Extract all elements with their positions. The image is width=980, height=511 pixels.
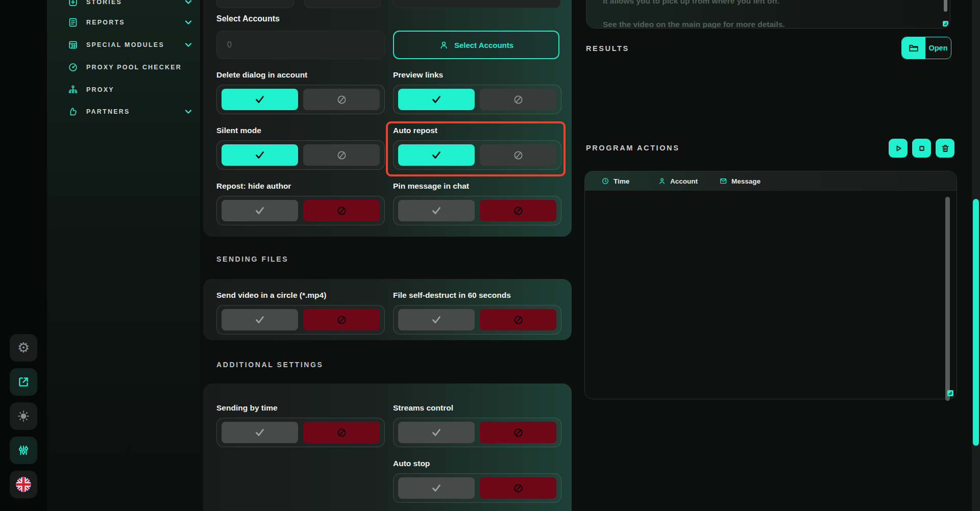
instructions-scrollbar-thumb[interactable] xyxy=(944,0,947,12)
toggle-yes-button[interactable] xyxy=(222,144,298,166)
resize-grip[interactable] xyxy=(943,21,948,27)
toggle-no-button[interactable] xyxy=(303,89,380,110)
check-icon xyxy=(254,93,266,106)
uk-flag-icon xyxy=(16,477,31,492)
toggle-delete-dialog-in-account xyxy=(216,85,385,114)
folder-icon xyxy=(902,37,925,59)
toggle-label: Streams control xyxy=(393,403,453,413)
settings-button[interactable]: ⚙ xyxy=(10,334,37,362)
sidebar-item-label: PROXY xyxy=(86,86,192,93)
language-button[interactable] xyxy=(10,471,37,498)
person-icon xyxy=(439,40,449,50)
instructions-line: See the video on the main page for more … xyxy=(603,20,785,29)
toggle-label: Repost: hide author xyxy=(216,182,291,191)
window-scrollbar-thumb[interactable] xyxy=(973,199,979,446)
clear-button[interactable] xyxy=(936,139,954,158)
table-header: Time Account Message xyxy=(585,171,957,191)
toggle-pin-message-in-chat xyxy=(393,196,561,225)
network-icon xyxy=(67,84,79,95)
reports-icon xyxy=(67,17,79,28)
toggle-preview-links xyxy=(393,85,561,114)
toggle-no-button[interactable] xyxy=(480,144,556,166)
toggle-label: Sending by time xyxy=(216,403,278,413)
sidebar-item-label: STORIES xyxy=(86,0,177,6)
toggle-yes-button[interactable] xyxy=(222,89,298,110)
check-icon xyxy=(254,314,266,326)
toggle-yes-button[interactable] xyxy=(222,309,298,330)
sidebar-item-stories[interactable]: STORIES xyxy=(67,0,192,8)
column-header-account: Account xyxy=(658,171,698,191)
toggle-auto-repost xyxy=(393,140,561,170)
table-scrollbar-thumb[interactable] xyxy=(945,197,950,401)
toggle-yes-button[interactable] xyxy=(398,309,475,330)
sidebar-item-proxy-pool-checker[interactable]: PROXY POOL CHECKER xyxy=(67,61,192,73)
blocked-icon xyxy=(512,482,524,494)
app-window: ⚙ xyxy=(0,0,980,511)
toggle-yes-button[interactable] xyxy=(398,144,475,166)
toggle-yes-button[interactable] xyxy=(398,477,475,499)
toggle-no-button[interactable] xyxy=(303,144,380,166)
toggle-yes-button[interactable] xyxy=(398,422,475,443)
sending-files-heading: SENDING FILES xyxy=(216,255,288,263)
blocked-icon xyxy=(336,94,348,106)
sidebar-item-reports[interactable]: REPORTS xyxy=(67,16,192,29)
toggle-yes-button[interactable] xyxy=(398,89,475,110)
accounts-count-input[interactable] xyxy=(216,31,385,59)
open-button-label: Open xyxy=(925,37,951,59)
toggle-label: File self-destruct in 60 seconds xyxy=(393,291,511,300)
toggle-send-video-circle xyxy=(216,305,385,335)
sidebar-nav: STORIES REPORTS SPECIAL MODULES xyxy=(47,0,200,511)
start-button[interactable] xyxy=(889,139,908,158)
stop-button[interactable] xyxy=(912,139,931,158)
toggle-no-button[interactable] xyxy=(480,89,556,110)
instructions-panel: It allows you to pick up from where you … xyxy=(586,0,950,29)
toggle-repost-hide-author xyxy=(216,196,385,225)
brightness-button[interactable] xyxy=(10,402,37,430)
toggle-no-button[interactable] xyxy=(303,422,380,443)
toggle-yes-button[interactable] xyxy=(222,200,298,221)
blocked-icon xyxy=(512,94,524,106)
equalizer-button[interactable] xyxy=(10,437,37,464)
toggle-yes-button[interactable] xyxy=(398,200,475,221)
toggle-no-button[interactable] xyxy=(480,200,556,221)
toggle-label: Pin message in chat xyxy=(393,182,469,191)
equalizer-sliders-icon xyxy=(17,444,30,457)
message-settings-panel: Select Accounts Select Accounts Delete d… xyxy=(203,0,572,237)
left-icon-rail: ⚙ xyxy=(0,0,47,511)
gear-icon: ⚙ xyxy=(17,341,30,355)
toggle-label: Preview links xyxy=(393,70,443,80)
column-header-message: Message xyxy=(719,171,761,191)
text-input-cropped[interactable] xyxy=(393,0,560,8)
open-results-button[interactable]: Open xyxy=(901,37,951,59)
toggle-yes-button[interactable] xyxy=(222,422,298,443)
play-icon xyxy=(893,143,903,154)
sidebar-item-partners[interactable]: PARTNERS xyxy=(67,106,192,118)
toggle-no-button[interactable] xyxy=(303,309,380,330)
toggle-no-button[interactable] xyxy=(480,477,556,499)
toggle-label: Auto stop xyxy=(393,459,430,468)
text-input-cropped[interactable] xyxy=(304,0,381,8)
toggle-label: Auto repost xyxy=(393,126,437,135)
select-accounts-button[interactable]: Select Accounts xyxy=(393,31,559,59)
toggle-label: Silent mode xyxy=(216,126,261,135)
sending-files-panel: Send video in a circle (*.mp4) File self… xyxy=(203,279,572,340)
toggle-label: Delete dialog in account xyxy=(216,70,307,80)
check-icon xyxy=(430,149,443,161)
toggle-no-button[interactable] xyxy=(480,422,556,443)
toggle-auto-stop xyxy=(393,473,561,503)
toggle-no-button[interactable] xyxy=(480,309,556,330)
toggle-silent-mode xyxy=(216,140,385,170)
sidebar-item-label: PARTNERS xyxy=(86,108,177,115)
toggle-streams-control xyxy=(393,418,561,447)
text-input-cropped[interactable] xyxy=(216,0,294,8)
stop-icon xyxy=(917,143,927,154)
sidebar-item-special-modules[interactable]: SPECIAL MODULES xyxy=(67,39,192,51)
sidebar-item-proxy[interactable]: PROXY xyxy=(67,84,192,96)
external-link-button[interactable] xyxy=(10,368,37,396)
sidebar-item-label: SPECIAL MODULES xyxy=(86,41,177,48)
column-header-time: Time xyxy=(601,171,629,191)
toggle-no-button[interactable] xyxy=(303,200,380,221)
additional-settings-heading: ADDITIONAL SETTINGS xyxy=(216,361,323,369)
resize-grip[interactable] xyxy=(947,390,953,396)
blocked-icon xyxy=(512,205,524,217)
